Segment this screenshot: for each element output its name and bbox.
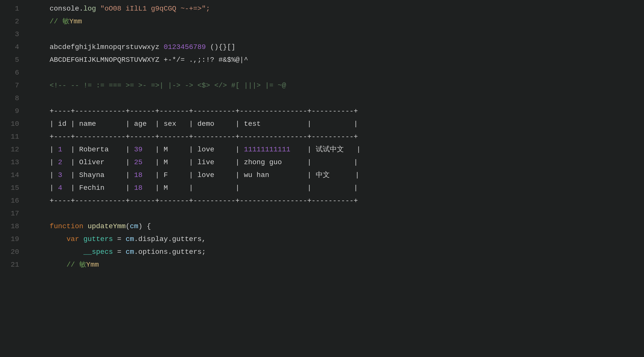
code-line-5: ABCDEFGHIJKLMNOPQRSTUVWXYZ +-*/= .,;:!? … bbox=[33, 54, 644, 67]
line-num-2: 2 bbox=[0, 15, 25, 28]
code-area[interactable]: console.log "oO08 iIlL1 g9qCGQ ~-+=>"; /… bbox=[25, 0, 644, 357]
line-num-9: 9 bbox=[0, 105, 25, 118]
code-line-1: console.log "oO08 iIlL1 g9qCGQ ~-+=>"; bbox=[33, 3, 644, 15]
line-num-12: 12 bbox=[0, 143, 25, 156]
code-line-10: | id | name | age | sex | demo | test | … bbox=[33, 118, 644, 131]
code-line-6 bbox=[33, 67, 644, 79]
line-num-15: 15 bbox=[0, 182, 25, 195]
line-num-19: 19 bbox=[0, 233, 25, 246]
code-line-20: __specs = cm.options.gutters; bbox=[33, 246, 644, 259]
line-num-20: 20 bbox=[0, 246, 25, 259]
line-num-8: 8 bbox=[0, 92, 25, 105]
line-num-17: 17 bbox=[0, 207, 25, 220]
line-num-5: 5 bbox=[0, 54, 25, 67]
line-num-18: 18 bbox=[0, 220, 25, 233]
line-num-13: 13 bbox=[0, 156, 25, 169]
line-num-11: 11 bbox=[0, 131, 25, 143]
code-line-8 bbox=[33, 92, 644, 105]
code-line-11: +----+------------+------+-------+------… bbox=[33, 131, 644, 143]
code-line-4: abcdefghijklmnopqrstuvwxyz 0123456789 ()… bbox=[33, 41, 644, 54]
line-num-1: 1 bbox=[0, 3, 25, 15]
line-num-16: 16 bbox=[0, 195, 25, 207]
code-line-14: | 3 | Shayna | 18 | F | love | wu han | … bbox=[33, 169, 644, 182]
code-line-16: +----+------------+------+-------+------… bbox=[33, 195, 644, 207]
line-num-21: 21 bbox=[0, 259, 25, 271]
line-num-14: 14 bbox=[0, 169, 25, 182]
line-numbers: 1 2 3 4 5 6 7 8 9 10 11 12 13 14 15 16 1… bbox=[0, 0, 25, 357]
code-line-7: <!-- -- != := === >= >- =>| |-> -> <$> <… bbox=[33, 79, 644, 92]
code-line-12: | 1 | Roberta | 39 | M | love | 11111111… bbox=[33, 143, 644, 156]
code-line-21: // 敏Ymm bbox=[33, 259, 644, 271]
line-num-6: 6 bbox=[0, 67, 25, 79]
code-line-2: // 敏Ymm bbox=[33, 15, 644, 28]
line-num-10: 10 bbox=[0, 118, 25, 131]
editor-container: 1 2 3 4 5 6 7 8 9 10 11 12 13 14 15 16 1… bbox=[0, 0, 644, 357]
line-num-3: 3 bbox=[0, 28, 25, 41]
code-line-13: | 2 | Oliver | 25 | M | live | zhong guo… bbox=[33, 156, 644, 169]
code-line-9: +----+------------+------+-------+------… bbox=[33, 105, 644, 118]
code-line-15: | 4 | Fechin | 18 | M | | | | bbox=[33, 182, 644, 195]
code-line-3 bbox=[33, 28, 644, 41]
code-line-18: function updateYmm(cm) { bbox=[33, 220, 644, 233]
line-num-7: 7 bbox=[0, 79, 25, 92]
code-line-17 bbox=[33, 207, 644, 220]
line-num-4: 4 bbox=[0, 41, 25, 54]
code-line-19: var gutters = cm.display.gutters, bbox=[33, 233, 644, 246]
